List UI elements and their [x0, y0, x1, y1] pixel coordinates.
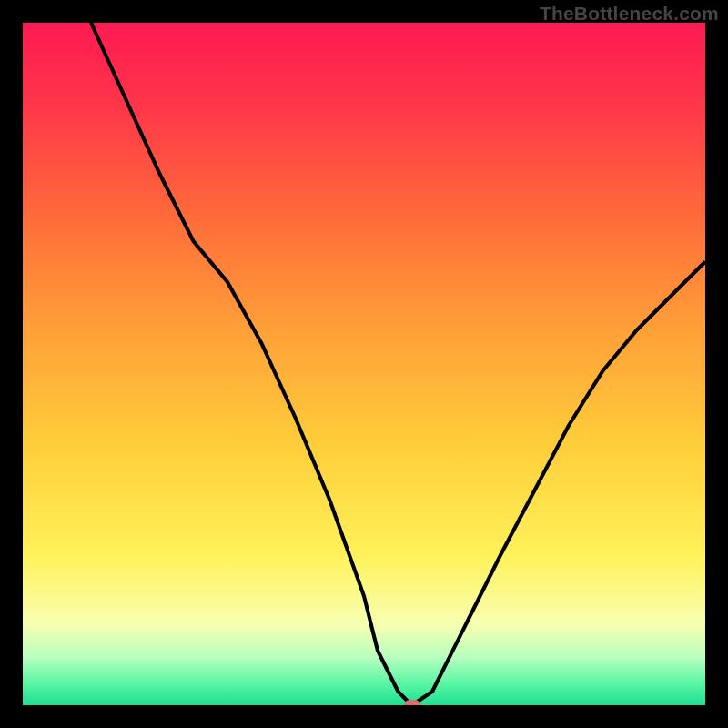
- curve-layer: [23, 23, 705, 705]
- bottleneck-marker: [404, 700, 420, 705]
- plot-area: [23, 23, 705, 705]
- chart-frame: { "watermark": "TheBottleneck.com", "col…: [0, 0, 728, 728]
- bottleneck-curve: [91, 23, 705, 705]
- watermark-text: TheBottleneck.com: [540, 3, 719, 25]
